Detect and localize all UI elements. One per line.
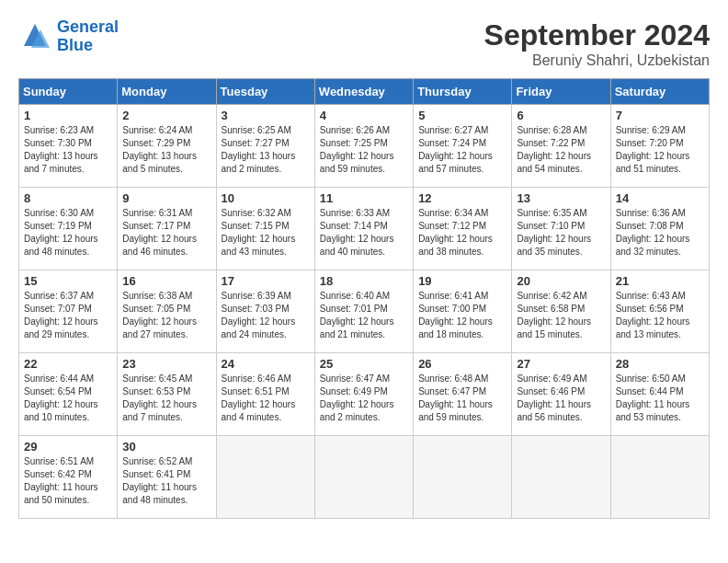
day-number-15: 15 [24, 274, 112, 288]
day-cell-17: 17 Sunrise: 6:39 AM Sunset: 7:03 PM Dayl… [216, 270, 314, 353]
day-number-9: 9 [122, 191, 210, 205]
day-info-12: Sunrise: 6:34 AM Sunset: 7:12 PM Dayligh… [418, 207, 506, 259]
logo-general: General [57, 17, 119, 36]
day-cell-21: 21 Sunrise: 6:43 AM Sunset: 6:56 PM Dayl… [610, 270, 709, 353]
day-number-14: 14 [616, 191, 704, 205]
day-number-23: 23 [122, 357, 210, 371]
day-info-13: Sunrise: 6:35 AM Sunset: 7:10 PM Dayligh… [517, 207, 605, 259]
day-cell-10: 10 Sunrise: 6:32 AM Sunset: 7:15 PM Dayl… [216, 188, 314, 270]
day-info-4: Sunrise: 6:26 AM Sunset: 7:25 PM Dayligh… [320, 124, 408, 176]
empty-cell [216, 436, 314, 519]
day-number-17: 17 [222, 274, 310, 288]
day-cell-9: 9 Sunrise: 6:31 AM Sunset: 7:17 PM Dayli… [118, 188, 216, 270]
day-number-30: 30 [122, 440, 210, 454]
day-info-29: Sunrise: 6:51 AM Sunset: 6:42 PM Dayligh… [24, 455, 112, 507]
logo-icon [18, 20, 51, 53]
header-tuesday: Tuesday [216, 79, 314, 105]
day-cell-23: 23 Sunrise: 6:45 AM Sunset: 6:53 PM Dayl… [118, 353, 216, 436]
day-info-27: Sunrise: 6:49 AM Sunset: 6:46 PM Dayligh… [517, 373, 605, 424]
day-info-28: Sunrise: 6:50 AM Sunset: 6:44 PM Dayligh… [616, 373, 704, 424]
day-info-19: Sunrise: 6:41 AM Sunset: 7:00 PM Dayligh… [418, 290, 506, 341]
header-saturday: Saturday [610, 79, 709, 105]
day-number-2: 2 [122, 109, 210, 122]
day-number-3: 3 [222, 109, 310, 122]
day-number-21: 21 [616, 274, 704, 288]
empty-cell [414, 436, 512, 519]
day-info-21: Sunrise: 6:43 AM Sunset: 6:56 PM Dayligh… [616, 290, 704, 341]
logo-blue: Blue [57, 36, 93, 54]
header-wednesday: Wednesday [314, 79, 413, 105]
empty-cell [512, 436, 610, 519]
header-thursday: Thursday [414, 79, 512, 105]
day-number-8: 8 [24, 191, 112, 205]
empty-cell [610, 436, 709, 519]
day-cell-7: 7 Sunrise: 6:29 AM Sunset: 7:20 PM Dayli… [610, 105, 709, 188]
calendar-week-3: 15 Sunrise: 6:37 AM Sunset: 7:07 PM Dayl… [19, 270, 710, 353]
day-number-5: 5 [418, 109, 506, 122]
day-cell-14: 14 Sunrise: 6:36 AM Sunset: 7:08 PM Dayl… [610, 188, 709, 270]
day-cell-29: 29 Sunrise: 6:51 AM Sunset: 6:42 PM Dayl… [19, 436, 118, 519]
day-info-2: Sunrise: 6:24 AM Sunset: 7:29 PM Dayligh… [122, 124, 210, 176]
day-info-16: Sunrise: 6:38 AM Sunset: 7:05 PM Dayligh… [122, 290, 210, 341]
title-block: September 2024 Beruniy Shahri, Uzbekista… [484, 18, 710, 69]
header-friday: Friday [512, 79, 610, 105]
day-info-8: Sunrise: 6:30 AM Sunset: 7:19 PM Dayligh… [24, 207, 112, 259]
day-cell-26: 26 Sunrise: 6:48 AM Sunset: 6:47 PM Dayl… [414, 353, 512, 436]
day-number-27: 27 [517, 357, 605, 371]
day-cell-3: 3 Sunrise: 6:25 AM Sunset: 7:27 PM Dayli… [216, 105, 314, 188]
logo: General Blue [18, 18, 119, 55]
day-info-6: Sunrise: 6:28 AM Sunset: 7:22 PM Dayligh… [517, 124, 605, 176]
weekday-header-row: Sunday Monday Tuesday Wednesday Thursday… [19, 79, 710, 105]
day-cell-13: 13 Sunrise: 6:35 AM Sunset: 7:10 PM Dayl… [512, 188, 610, 270]
day-cell-22: 22 Sunrise: 6:44 AM Sunset: 6:54 PM Dayl… [19, 353, 118, 436]
calendar-week-5: 29 Sunrise: 6:51 AM Sunset: 6:42 PM Dayl… [19, 436, 710, 519]
day-number-28: 28 [616, 357, 704, 371]
day-info-26: Sunrise: 6:48 AM Sunset: 6:47 PM Dayligh… [418, 373, 506, 424]
day-number-7: 7 [616, 109, 704, 122]
day-info-30: Sunrise: 6:52 AM Sunset: 6:41 PM Dayligh… [122, 455, 210, 507]
day-info-3: Sunrise: 6:25 AM Sunset: 7:27 PM Dayligh… [222, 124, 310, 176]
header-sunday: Sunday [19, 79, 118, 105]
day-cell-16: 16 Sunrise: 6:38 AM Sunset: 7:05 PM Dayl… [118, 270, 216, 353]
day-cell-8: 8 Sunrise: 6:30 AM Sunset: 7:19 PM Dayli… [19, 188, 118, 270]
day-cell-4: 4 Sunrise: 6:26 AM Sunset: 7:25 PM Dayli… [314, 105, 413, 188]
day-cell-18: 18 Sunrise: 6:40 AM Sunset: 7:01 PM Dayl… [314, 270, 413, 353]
day-number-11: 11 [320, 191, 408, 205]
day-cell-15: 15 Sunrise: 6:37 AM Sunset: 7:07 PM Dayl… [19, 270, 118, 353]
day-cell-28: 28 Sunrise: 6:50 AM Sunset: 6:44 PM Dayl… [610, 353, 709, 436]
day-number-6: 6 [517, 109, 605, 122]
day-cell-11: 11 Sunrise: 6:33 AM Sunset: 7:14 PM Dayl… [314, 188, 413, 270]
day-number-1: 1 [24, 109, 112, 122]
day-info-11: Sunrise: 6:33 AM Sunset: 7:14 PM Dayligh… [320, 207, 408, 259]
day-number-12: 12 [418, 191, 506, 205]
day-info-15: Sunrise: 6:37 AM Sunset: 7:07 PM Dayligh… [24, 290, 112, 341]
day-info-17: Sunrise: 6:39 AM Sunset: 7:03 PM Dayligh… [222, 290, 310, 341]
day-info-5: Sunrise: 6:27 AM Sunset: 7:24 PM Dayligh… [418, 124, 506, 176]
day-cell-6: 6 Sunrise: 6:28 AM Sunset: 7:22 PM Dayli… [512, 105, 610, 188]
day-cell-12: 12 Sunrise: 6:34 AM Sunset: 7:12 PM Dayl… [414, 188, 512, 270]
location-title: Beruniy Shahri, Uzbekistan [484, 52, 710, 69]
day-info-7: Sunrise: 6:29 AM Sunset: 7:20 PM Dayligh… [616, 124, 704, 176]
day-info-25: Sunrise: 6:47 AM Sunset: 6:49 PM Dayligh… [320, 373, 408, 424]
day-info-1: Sunrise: 6:23 AM Sunset: 7:30 PM Dayligh… [24, 124, 112, 176]
day-cell-30: 30 Sunrise: 6:52 AM Sunset: 6:41 PM Dayl… [118, 436, 216, 519]
day-number-24: 24 [222, 357, 310, 371]
day-info-20: Sunrise: 6:42 AM Sunset: 6:58 PM Dayligh… [517, 290, 605, 341]
month-title: September 2024 [484, 18, 710, 52]
day-cell-5: 5 Sunrise: 6:27 AM Sunset: 7:24 PM Dayli… [414, 105, 512, 188]
day-number-4: 4 [320, 109, 408, 122]
day-cell-25: 25 Sunrise: 6:47 AM Sunset: 6:49 PM Dayl… [314, 353, 413, 436]
day-info-23: Sunrise: 6:45 AM Sunset: 6:53 PM Dayligh… [122, 373, 210, 424]
day-number-18: 18 [320, 274, 408, 288]
day-cell-24: 24 Sunrise: 6:46 AM Sunset: 6:51 PM Dayl… [216, 353, 314, 436]
day-number-22: 22 [24, 357, 112, 371]
calendar-week-4: 22 Sunrise: 6:44 AM Sunset: 6:54 PM Dayl… [19, 353, 710, 436]
calendar-table: Sunday Monday Tuesday Wednesday Thursday… [18, 78, 710, 519]
day-info-14: Sunrise: 6:36 AM Sunset: 7:08 PM Dayligh… [616, 207, 704, 259]
day-info-10: Sunrise: 6:32 AM Sunset: 7:15 PM Dayligh… [222, 207, 310, 259]
day-cell-27: 27 Sunrise: 6:49 AM Sunset: 6:46 PM Dayl… [512, 353, 610, 436]
empty-cell [314, 436, 413, 519]
day-cell-1: 1 Sunrise: 6:23 AM Sunset: 7:30 PM Dayli… [19, 105, 118, 188]
calendar-week-2: 8 Sunrise: 6:30 AM Sunset: 7:19 PM Dayli… [19, 188, 710, 270]
header-monday: Monday [118, 79, 216, 105]
